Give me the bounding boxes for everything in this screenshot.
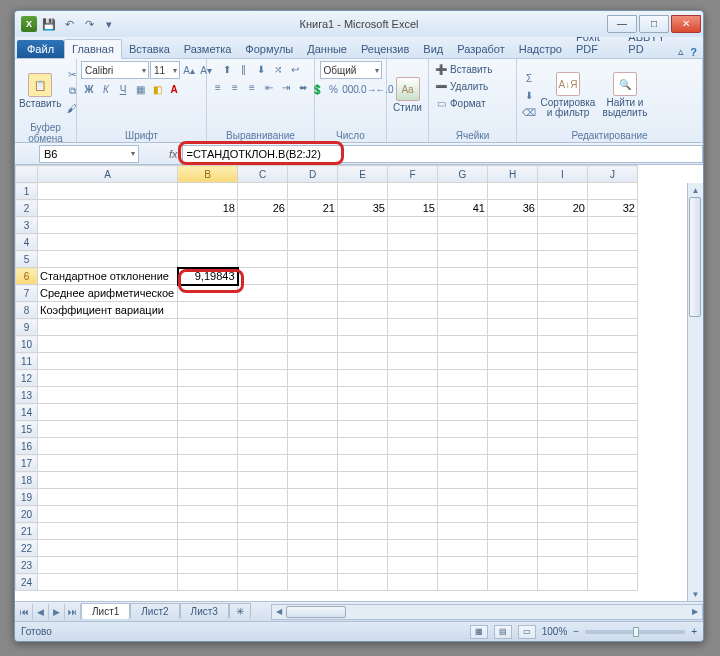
- cell-J8[interactable]: [588, 302, 638, 319]
- row-header-5[interactable]: 5: [16, 251, 38, 268]
- cell-F9[interactable]: [388, 319, 438, 336]
- cell-E14[interactable]: [338, 404, 388, 421]
- tab-insert[interactable]: Вставка: [122, 40, 177, 58]
- cell-F24[interactable]: [388, 574, 438, 591]
- cell-H18[interactable]: [488, 472, 538, 489]
- cell-J15[interactable]: [588, 421, 638, 438]
- cell-A19[interactable]: [38, 489, 178, 506]
- maximize-button[interactable]: □: [639, 15, 669, 33]
- inc-decimal-icon[interactable]: .0→: [360, 81, 376, 97]
- cell-E17[interactable]: [338, 455, 388, 472]
- cell-A21[interactable]: [38, 523, 178, 540]
- cell-I24[interactable]: [538, 574, 588, 591]
- cell-D2[interactable]: 21: [288, 200, 338, 217]
- underline-icon[interactable]: Ч: [115, 81, 131, 97]
- zoom-in-button[interactable]: +: [691, 626, 697, 637]
- clear-icon[interactable]: ⌫: [521, 104, 537, 120]
- vscroll-thumb[interactable]: [689, 197, 701, 317]
- cell-C22[interactable]: [238, 540, 288, 557]
- cell-I2[interactable]: 20: [538, 200, 588, 217]
- cell-H11[interactable]: [488, 353, 538, 370]
- view-pagebreak-icon[interactable]: ▭: [518, 625, 536, 639]
- cell-A11[interactable]: [38, 353, 178, 370]
- cell-A8[interactable]: Коэффициент вариации: [38, 302, 178, 319]
- row-header-11[interactable]: 11: [16, 353, 38, 370]
- cell-E20[interactable]: [338, 506, 388, 523]
- cell-F2[interactable]: 15: [388, 200, 438, 217]
- cell-G22[interactable]: [438, 540, 488, 557]
- cell-F15[interactable]: [388, 421, 438, 438]
- cell-C10[interactable]: [238, 336, 288, 353]
- cell-I3[interactable]: [538, 217, 588, 234]
- cell-A15[interactable]: [38, 421, 178, 438]
- cell-J13[interactable]: [588, 387, 638, 404]
- cell-F20[interactable]: [388, 506, 438, 523]
- sheet-tab-1[interactable]: Лист1: [81, 603, 130, 619]
- cell-F21[interactable]: [388, 523, 438, 540]
- cell-A20[interactable]: [38, 506, 178, 523]
- tab-developer[interactable]: Разработ: [450, 40, 511, 58]
- row-header-23[interactable]: 23: [16, 557, 38, 574]
- cell-I12[interactable]: [538, 370, 588, 387]
- cell-J11[interactable]: [588, 353, 638, 370]
- name-box[interactable]: B6: [39, 145, 139, 163]
- cell-G2[interactable]: 41: [438, 200, 488, 217]
- cell-D19[interactable]: [288, 489, 338, 506]
- fill-icon[interactable]: ⬇: [521, 87, 537, 103]
- cell-G21[interactable]: [438, 523, 488, 540]
- cell-B10[interactable]: [178, 336, 238, 353]
- cell-J16[interactable]: [588, 438, 638, 455]
- cell-E23[interactable]: [338, 557, 388, 574]
- cell-I15[interactable]: [538, 421, 588, 438]
- row-header-3[interactable]: 3: [16, 217, 38, 234]
- cell-C2[interactable]: 26: [238, 200, 288, 217]
- view-normal-icon[interactable]: ▦: [470, 625, 488, 639]
- cell-H14[interactable]: [488, 404, 538, 421]
- cell-D16[interactable]: [288, 438, 338, 455]
- cell-C3[interactable]: [238, 217, 288, 234]
- zoom-thumb[interactable]: [633, 627, 639, 637]
- cell-A16[interactable]: [38, 438, 178, 455]
- cell-H24[interactable]: [488, 574, 538, 591]
- cell-G6[interactable]: [438, 268, 488, 285]
- font-name-combo[interactable]: Calibri: [81, 61, 149, 79]
- column-header-D[interactable]: D: [288, 166, 338, 183]
- sheet-nav-next-icon[interactable]: ▶: [49, 604, 65, 620]
- cell-D18[interactable]: [288, 472, 338, 489]
- align-middle-icon[interactable]: ‖: [236, 61, 252, 77]
- cell-B14[interactable]: [178, 404, 238, 421]
- sheet-tab-2[interactable]: Лист2: [130, 603, 179, 619]
- cell-E15[interactable]: [338, 421, 388, 438]
- cell-C17[interactable]: [238, 455, 288, 472]
- cell-I7[interactable]: [538, 285, 588, 302]
- cell-B9[interactable]: [178, 319, 238, 336]
- scroll-left-icon[interactable]: ◀: [272, 605, 286, 619]
- cell-G16[interactable]: [438, 438, 488, 455]
- cell-I20[interactable]: [538, 506, 588, 523]
- cell-F18[interactable]: [388, 472, 438, 489]
- cell-E12[interactable]: [338, 370, 388, 387]
- cell-J10[interactable]: [588, 336, 638, 353]
- cell-J7[interactable]: [588, 285, 638, 302]
- row-header-6[interactable]: 6: [16, 268, 38, 285]
- cell-I9[interactable]: [538, 319, 588, 336]
- row-header-18[interactable]: 18: [16, 472, 38, 489]
- cell-A2[interactable]: [38, 200, 178, 217]
- cell-C13[interactable]: [238, 387, 288, 404]
- cells-format-button[interactable]: ▭Формат: [433, 95, 486, 111]
- cell-C12[interactable]: [238, 370, 288, 387]
- cell-H21[interactable]: [488, 523, 538, 540]
- fill-color-icon[interactable]: ◧: [149, 81, 165, 97]
- cell-B23[interactable]: [178, 557, 238, 574]
- cell-E22[interactable]: [338, 540, 388, 557]
- cell-E2[interactable]: 35: [338, 200, 388, 217]
- column-header-C[interactable]: C: [238, 166, 288, 183]
- cell-I5[interactable]: [538, 251, 588, 268]
- cell-A17[interactable]: [38, 455, 178, 472]
- cell-H15[interactable]: [488, 421, 538, 438]
- cell-G12[interactable]: [438, 370, 488, 387]
- cell-I1[interactable]: [538, 183, 588, 200]
- cell-D10[interactable]: [288, 336, 338, 353]
- cell-F5[interactable]: [388, 251, 438, 268]
- row-header-7[interactable]: 7: [16, 285, 38, 302]
